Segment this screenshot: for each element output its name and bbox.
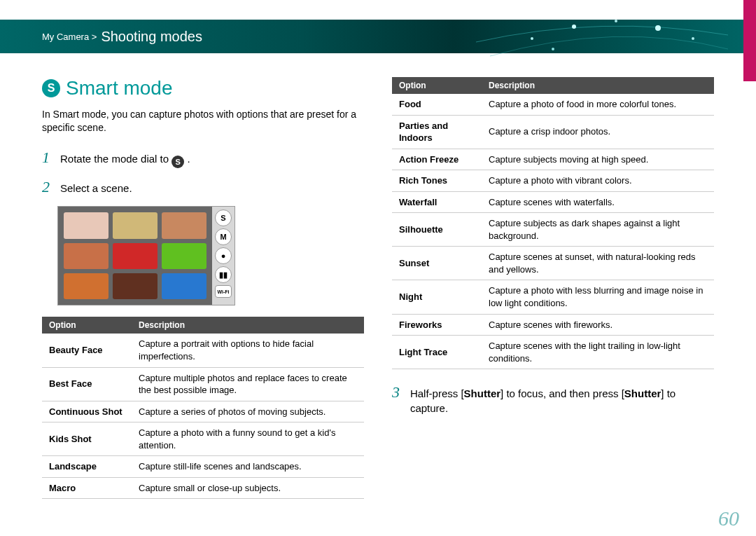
option-description: Capture scenes at sunset, with natural-l… — [482, 247, 714, 280]
page-number: 60 — [718, 507, 739, 530]
scene-select-screenshot: SM●▮▮Wi-Fi — [57, 206, 235, 305]
table-row: MacroCapture small or close-up subjects. — [42, 477, 364, 499]
scene-thumbnail — [113, 243, 158, 269]
option-description: Capture a photo of food in more colorful… — [482, 94, 714, 115]
option-description: Capture subjects as dark shapes against … — [482, 213, 714, 247]
mode-sidebar: SM●▮▮Wi-Fi — [212, 207, 234, 305]
intro-paragraph: In Smart mode, you can capture photos wi… — [42, 108, 364, 135]
options-table-left: Option Description Beauty FaceCapture a … — [42, 317, 364, 499]
option-name: Best Face — [42, 367, 132, 401]
table-row: FireworksCapture scenes with fireworks. — [392, 314, 714, 336]
option-description: Capture scenes with the light trailing i… — [482, 336, 714, 369]
header-band: My Camera > Shooting modes — [0, 20, 756, 53]
mode-button: ▮▮ — [215, 266, 232, 283]
table-row: Rich TonesCapture a photo with vibrant c… — [392, 170, 714, 192]
scene-thumbnail — [162, 273, 206, 299]
option-description: Capture a series of photos of moving sub… — [132, 401, 364, 422]
step-3: 3 Half-press [Shutter] to focus, and the… — [392, 383, 714, 415]
page-heading-text: Smart mode — [66, 77, 173, 99]
option-description: Capture a photo with less blurring and i… — [482, 280, 714, 314]
step-2: 2 Select a scene. — [42, 178, 364, 196]
step-number: 2 — [42, 178, 53, 196]
scene-thumbnail — [162, 243, 206, 269]
mode-dial-smart-icon: S — [172, 156, 184, 168]
option-name: Parties and Indoors — [392, 115, 482, 149]
option-name: Rich Tones — [392, 170, 482, 192]
option-name: Silhouette — [392, 213, 482, 247]
mode-button: ● — [215, 247, 232, 264]
table-row: Kids ShotCapture a photo with a funny so… — [42, 422, 364, 456]
col-header-option: Option — [392, 77, 482, 94]
option-name: Landscape — [42, 456, 132, 478]
table-row: Light TraceCapture scenes with the light… — [392, 336, 714, 369]
option-name: Sunset — [392, 247, 482, 280]
table-row: Continuous ShotCapture a series of photo… — [42, 401, 364, 422]
option-name: Light Trace — [392, 336, 482, 369]
scene-thumbnail — [113, 212, 158, 238]
table-row: FoodCapture a photo of food in more colo… — [392, 94, 714, 115]
table-row: LandscapeCapture still-life scenes and l… — [42, 456, 364, 478]
option-description: Capture subjects moving at high speed. — [482, 149, 714, 170]
mode-button: M — [215, 228, 232, 245]
side-pink-tab — [743, 0, 756, 81]
smart-mode-icon: S — [42, 79, 60, 97]
option-description: Capture small or close-up subjects. — [132, 477, 364, 499]
options-table-right: Option Description FoodCapture a photo o… — [392, 77, 714, 369]
step-number: 3 — [392, 383, 403, 401]
table-row: SunsetCapture scenes at sunset, with nat… — [392, 247, 714, 280]
page-heading: S Smart mode — [42, 77, 364, 99]
option-name: Waterfall — [392, 191, 482, 213]
table-row: NightCapture a photo with less blurring … — [392, 280, 714, 314]
scene-thumbnail — [162, 212, 206, 238]
table-row: Best FaceCapture multiple photos and rep… — [42, 367, 364, 401]
option-name: Food — [392, 94, 482, 115]
option-description: Capture still-life scenes and landscapes… — [132, 456, 364, 478]
right-column: Option Description FoodCapture a photo o… — [392, 77, 714, 508]
table-row: Parties and IndoorsCapture a crisp indoo… — [392, 115, 714, 149]
scene-thumbnail — [64, 273, 108, 299]
col-header-description: Description — [132, 317, 364, 334]
breadcrumb: My Camera > — [42, 32, 97, 42]
option-description: Capture multiple photos and replace face… — [132, 367, 364, 401]
table-row: SilhouetteCapture subjects as dark shape… — [392, 213, 714, 247]
option-description: Capture a crisp indoor photos. — [482, 115, 714, 149]
option-name: Fireworks — [392, 314, 482, 336]
scene-thumbnail — [113, 273, 158, 299]
content-area: S Smart mode In Smart mode, you can capt… — [42, 77, 714, 508]
option-name: Action Freeze — [392, 149, 482, 170]
left-column: S Smart mode In Smart mode, you can capt… — [42, 77, 364, 508]
mode-button: Wi-Fi — [215, 285, 232, 298]
option-name: Beauty Face — [42, 334, 132, 367]
table-row: Beauty FaceCapture a portrait with optio… — [42, 334, 364, 367]
step-text: Rotate the mode dial to S . — [60, 151, 190, 169]
option-description: Capture a photo with vibrant colors. — [482, 170, 714, 192]
col-header-description: Description — [482, 77, 714, 94]
step-text: Half-press [Shutter] to focus, and then … — [410, 386, 714, 415]
mode-button: S — [215, 209, 232, 226]
scene-thumbnail-grid — [58, 207, 212, 305]
option-description: Capture scenes with waterfalls. — [482, 191, 714, 213]
option-name: Macro — [42, 477, 132, 499]
header-title: Shooting modes — [101, 29, 202, 45]
option-name: Continuous Shot — [42, 401, 132, 422]
col-header-option: Option — [42, 317, 132, 334]
option-name: Night — [392, 280, 482, 314]
option-description: Capture a photo with a funny sound to ge… — [132, 422, 364, 456]
step-number: 1 — [42, 149, 53, 167]
scene-thumbnail — [64, 243, 108, 269]
table-row: Action FreezeCapture subjects moving at … — [392, 149, 714, 170]
option-description: Capture a portrait with options to hide … — [132, 334, 364, 367]
option-description: Capture scenes with fireworks. — [482, 314, 714, 336]
scene-thumbnail — [64, 212, 108, 238]
step-1: 1 Rotate the mode dial to S . — [42, 149, 364, 169]
table-row: WaterfallCapture scenes with waterfalls. — [392, 191, 714, 213]
step-text: Select a scene. — [60, 181, 132, 195]
option-name: Kids Shot — [42, 422, 132, 456]
